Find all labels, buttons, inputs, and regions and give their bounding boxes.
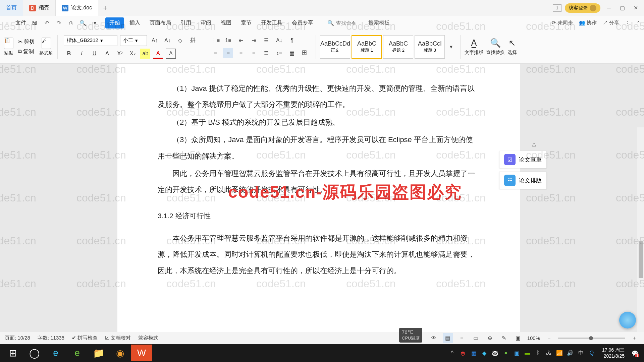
tray-nvidia[interactable]: ▬: [524, 349, 531, 357]
web-icon[interactable]: ⊕: [485, 333, 495, 343]
select-button[interactable]: ↖选择: [507, 38, 517, 56]
notifications-icon[interactable]: 💬1: [631, 349, 639, 357]
menu-start[interactable]: 开始: [105, 17, 124, 28]
clock[interactable]: 17:06 周三 2021/8/25: [599, 347, 628, 359]
tray-q[interactable]: Q: [588, 349, 595, 357]
size-select[interactable]: 小三 ▾: [120, 35, 147, 46]
volume-icon[interactable]: 🔊: [567, 349, 574, 357]
annotate-icon[interactable]: ✎: [499, 333, 509, 343]
tray-5[interactable]: ●: [502, 349, 509, 357]
menu-insert[interactable]: 插入: [125, 17, 144, 28]
text-layout-button[interactable]: A̲文字排版: [465, 38, 483, 56]
status-page[interactable]: 页面: 10/28: [5, 335, 30, 341]
superscript-button[interactable]: X²: [115, 49, 125, 59]
bullets-icon[interactable]: ⋮≡: [210, 36, 220, 46]
cut-button[interactable]: ✂ 剪切: [18, 39, 35, 46]
tray-4[interactable]: 🐼: [491, 349, 499, 357]
copy-button[interactable]: ⧉ 复制: [18, 48, 34, 55]
more-icon[interactable]: ⋮: [625, 20, 630, 26]
align-center-icon[interactable]: ≡: [223, 48, 233, 58]
close-button[interactable]: ✕: [631, 3, 641, 13]
style-h1[interactable]: AaBbC标题 1: [352, 35, 382, 59]
font-select[interactable]: 楷体_GB2312 ▾: [64, 35, 117, 46]
guest-login-button[interactable]: 访客登录: [565, 3, 600, 13]
menu-devtools[interactable]: 开发工具: [257, 17, 286, 28]
outline-icon[interactable]: ≡: [457, 333, 467, 343]
print-icon[interactable]: ⎙: [67, 19, 74, 27]
paste-icon[interactable]: 📋: [4, 38, 13, 49]
styles-more-icon[interactable]: ▾: [446, 42, 456, 52]
explorer-icon[interactable]: 📁: [88, 345, 109, 361]
badge-1[interactable]: 1: [553, 4, 561, 12]
find-replace-button[interactable]: 🔍查找替换: [486, 38, 505, 56]
tray-2[interactable]: ▦: [470, 349, 477, 357]
outdent-icon[interactable]: ⇤: [236, 36, 246, 46]
justify-icon[interactable]: ≡: [249, 48, 259, 58]
share-button[interactable]: ↗ 分享: [603, 20, 619, 26]
menu-icon[interactable]: ≡: [3, 19, 11, 27]
minimize-button[interactable]: ─: [604, 3, 614, 13]
network-icon[interactable]: 🖧: [545, 349, 552, 357]
menu-layout[interactable]: 页面布局: [146, 17, 175, 28]
tab-doc[interactable]: W 论文.doc: [56, 0, 98, 16]
cortana-icon[interactable]: ◯: [23, 345, 45, 361]
browser-icon[interactable]: e: [66, 345, 88, 361]
format-painter[interactable]: 🖌 格式刷: [39, 38, 53, 56]
paste-label[interactable]: 粘贴: [4, 50, 13, 56]
save-icon[interactable]: 🖫: [31, 19, 38, 27]
start-button[interactable]: ⊞: [2, 345, 23, 361]
tray-up-icon[interactable]: ^: [448, 349, 456, 357]
file-label[interactable]: 文件: [15, 19, 26, 26]
zoom-knob[interactable]: [589, 336, 593, 340]
tab-daoke[interactable]: D 稻壳: [23, 0, 56, 16]
assistant-bubble[interactable]: [619, 312, 636, 328]
indent-icon[interactable]: ⇥: [249, 36, 259, 46]
menu-ref[interactable]: 引用: [176, 17, 195, 28]
vertical-scrollbar[interactable]: [637, 127, 644, 362]
status-spell[interactable]: ✔ 拼写检查: [72, 335, 98, 341]
numbering-icon[interactable]: 1≡: [223, 36, 233, 46]
tab-add[interactable]: +: [98, 4, 112, 12]
phonetic-icon[interactable]: 拼: [188, 36, 198, 46]
highlight-button[interactable]: ab: [140, 49, 150, 59]
maximize-button[interactable]: ▢: [617, 3, 627, 13]
ie-icon[interactable]: e: [45, 345, 66, 361]
read-icon[interactable]: ▭: [471, 333, 481, 343]
style-normal[interactable]: AaBbCcDd正文: [320, 35, 350, 59]
menu-review[interactable]: 审阅: [197, 17, 215, 28]
tab-home[interactable]: 首页: [0, 0, 23, 16]
border-icon[interactable]: 田: [300, 48, 310, 58]
collapse-panel-icon[interactable]: △: [532, 141, 540, 147]
paper-check-button[interactable]: ☑论文查重: [499, 151, 547, 168]
ime-icon[interactable]: 中: [577, 349, 585, 357]
asian-layout-icon[interactable]: ☰: [261, 36, 271, 46]
undo-icon[interactable]: ↶: [43, 19, 50, 27]
italic-button[interactable]: I: [76, 49, 87, 59]
font-color-button[interactable]: A: [153, 49, 163, 59]
sort-icon[interactable]: A↓: [274, 36, 284, 46]
search-input[interactable]: [336, 20, 366, 26]
underline-button[interactable]: U: [89, 49, 99, 59]
template-link[interactable]: 搜索模板: [368, 19, 390, 26]
subscript-button[interactable]: X₂: [127, 49, 138, 59]
zoom-slider[interactable]: [558, 338, 625, 339]
grow-font-icon[interactable]: A↑: [150, 36, 160, 46]
shading-icon[interactable]: ▦: [287, 48, 297, 58]
menu-chapter[interactable]: 章节: [237, 17, 256, 28]
char-border-button[interactable]: A: [166, 49, 176, 59]
distribute-icon[interactable]: ☰: [261, 48, 271, 58]
zoom-in-button[interactable]: +: [629, 333, 639, 343]
zoom-out-button[interactable]: −: [544, 333, 554, 343]
zoom-value[interactable]: 100%: [527, 335, 540, 341]
status-words[interactable]: 字数: 11335: [38, 335, 64, 341]
tray-3[interactable]: ◆: [481, 349, 488, 357]
tray-6[interactable]: ▣: [513, 349, 520, 357]
showmarks-icon[interactable]: ¶: [287, 36, 297, 46]
document-page[interactable]: （1）Java 提供了稳定的性能、优秀的升级性、更快速的开发、更简便的管理、全新…: [117, 64, 520, 362]
expand-icon[interactable]: ⌃: [636, 20, 641, 26]
menu-view[interactable]: 视图: [217, 17, 235, 28]
style-h3[interactable]: AaBbCcI标题 3: [415, 35, 445, 59]
wps-icon[interactable]: W: [131, 345, 152, 361]
collab-button[interactable]: 👥 协作: [579, 20, 597, 26]
scroll-thumb[interactable]: [639, 241, 643, 278]
